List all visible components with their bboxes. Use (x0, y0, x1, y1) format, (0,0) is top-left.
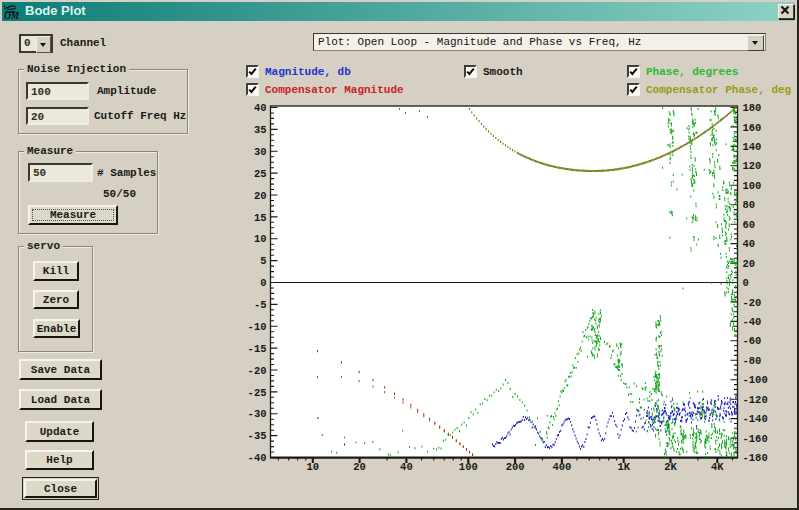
svg-text:-180: -180 (743, 452, 768, 464)
svg-text:-160: -160 (743, 433, 768, 445)
svg-text:-15: -15 (248, 343, 267, 355)
svg-text:20: 20 (353, 461, 366, 473)
svg-text:160: 160 (743, 122, 762, 134)
svg-text:2K: 2K (664, 461, 677, 473)
svg-text:15: 15 (254, 212, 267, 224)
svg-text:60: 60 (743, 219, 756, 231)
svg-text:-30: -30 (248, 408, 267, 420)
svg-text:1K: 1K (617, 461, 630, 473)
svg-text:30: 30 (254, 146, 267, 158)
svg-text:180: 180 (743, 102, 762, 114)
svg-text:100: 100 (743, 180, 762, 192)
svg-text:-35: -35 (248, 430, 267, 442)
svg-text:-80: -80 (743, 355, 762, 367)
svg-text:25: 25 (254, 168, 267, 180)
svg-text:5: 5 (260, 255, 266, 267)
svg-text:10: 10 (306, 461, 319, 473)
svg-text:200: 200 (506, 461, 525, 473)
svg-text:4K: 4K (711, 461, 724, 473)
svg-text:-20: -20 (248, 365, 267, 377)
svg-text:35: 35 (254, 124, 267, 136)
svg-text:400: 400 (552, 461, 571, 473)
svg-text:-100: -100 (743, 374, 768, 386)
svg-text:-120: -120 (743, 394, 768, 406)
svg-text:40: 40 (743, 238, 756, 250)
svg-text:20: 20 (254, 190, 267, 202)
svg-text:0: 0 (743, 277, 749, 289)
svg-text:-25: -25 (248, 387, 267, 399)
svg-text:-60: -60 (743, 335, 762, 347)
svg-text:10: 10 (254, 233, 267, 245)
svg-text:-40: -40 (743, 316, 762, 328)
svg-text:120: 120 (743, 160, 762, 172)
svg-text:140: 140 (743, 141, 762, 153)
svg-text:-140: -140 (743, 413, 768, 425)
svg-text:-10: -10 (248, 321, 267, 333)
svg-text:40: 40 (400, 461, 413, 473)
svg-text:-5: -5 (254, 299, 267, 311)
svg-text:20: 20 (743, 258, 756, 270)
svg-text:80: 80 (743, 199, 756, 211)
svg-text:40: 40 (254, 102, 267, 114)
svg-text:0: 0 (260, 277, 266, 289)
svg-text:-40: -40 (248, 452, 267, 464)
svg-text:-20: -20 (743, 297, 762, 309)
svg-text:100: 100 (459, 461, 478, 473)
